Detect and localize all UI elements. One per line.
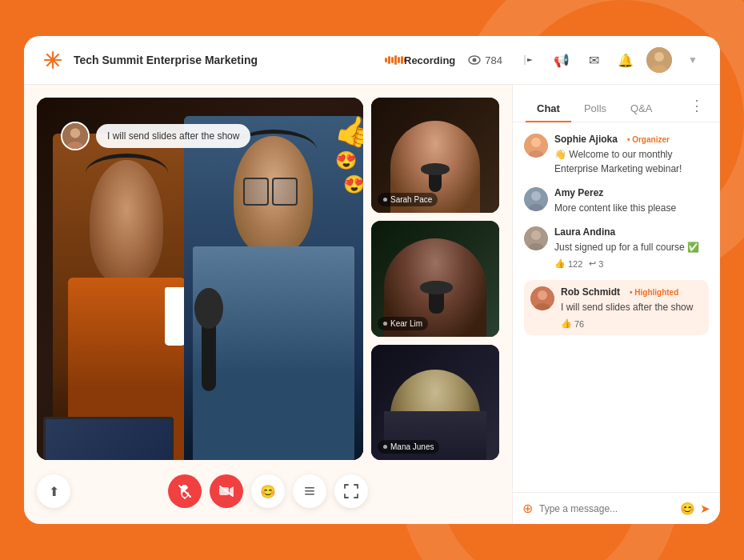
heart-eyes-emoji-1: 😍	[335, 150, 363, 171]
message-sophie: Sophie Ajioka • Organizer 👋 Welcome to o…	[524, 134, 709, 176]
laura-header: Laura Andina	[554, 226, 709, 238]
label-dot-3	[383, 445, 387, 449]
like-icon: 👍	[554, 258, 566, 269]
svg-point-14	[654, 52, 664, 62]
recording-badge: Recording	[385, 54, 455, 66]
logo: Tech Summit Enterprise Marketing	[40, 47, 258, 73]
message-rob: Rob Schmidt • Highlighted I will send sl…	[524, 280, 709, 335]
svg-point-8	[50, 58, 56, 63]
svg-rect-24	[305, 487, 314, 489]
side-video-mana: Mana Junes	[371, 345, 499, 460]
svg-line-4	[47, 54, 50, 58]
amy-header: Amy Perez	[554, 187, 709, 198]
like-icon-2: 👍	[561, 318, 572, 329]
logo-icon	[40, 47, 66, 73]
message-bubble: I will send slides after the show	[61, 122, 250, 150]
laura-avatar	[524, 226, 548, 250]
reaction-like-122: 👍 122	[554, 258, 582, 269]
rob-reactions: 👍 76	[561, 318, 702, 329]
sophie-header: Sophie Ajioka • Organizer	[554, 134, 709, 145]
chat-panel: Chat Polls Q&A ⋮	[512, 85, 720, 524]
svg-rect-22	[219, 487, 229, 495]
label-dot-2	[383, 322, 387, 326]
more-button[interactable]	[293, 474, 326, 508]
svg-point-37	[538, 290, 547, 300]
chat-tabs: Chat Polls Q&A ⋮	[513, 85, 720, 122]
recording-icon	[385, 54, 399, 66]
mute-button[interactable]	[168, 474, 202, 508]
sophie-name: Sophie Ajioka	[554, 134, 618, 145]
tab-polls[interactable]: Polls	[573, 96, 618, 122]
person-left	[53, 134, 200, 460]
chat-message-input[interactable]	[539, 503, 674, 514]
mail-icon[interactable]: ✉	[582, 49, 605, 71]
svg-point-28	[531, 138, 541, 147]
emoji-picker-icon[interactable]: 😊	[680, 502, 695, 516]
kear-lim-name: Kear Lim	[390, 319, 422, 328]
controls-bar: ⬆ 😊	[37, 468, 499, 511]
app-title: Tech Summit Enterprise Marketing	[74, 54, 258, 66]
like-count-2: 76	[574, 319, 584, 329]
svg-line-5	[55, 62, 58, 66]
viewers: 784	[468, 54, 502, 66]
rob-message-body: Rob Schmidt • Highlighted I will send sl…	[561, 286, 702, 329]
sarah-pace-name: Sarah Pace	[390, 195, 432, 204]
laura-name: Laura Andina	[554, 226, 615, 238]
laura-reactions: 👍 122 ↩ 3	[554, 258, 709, 269]
svg-marker-12	[527, 58, 533, 62]
message-laura: Laura Andina Just signed up for a full c…	[524, 226, 709, 269]
highlighted-badge: • Highlighted	[625, 287, 683, 298]
recording-label: Recording	[404, 54, 455, 66]
chevron-down-icon[interactable]: ▼	[682, 49, 704, 71]
svg-rect-26	[305, 494, 314, 495]
separator-icon	[518, 49, 541, 71]
user-avatar[interactable]	[646, 47, 672, 73]
side-videos: Sarah Pace	[371, 98, 499, 460]
amy-name: Amy Perez	[554, 187, 603, 198]
tab-qa[interactable]: Q&A	[619, 96, 663, 122]
eye-icon	[468, 55, 481, 65]
kear-lim-label: Kear Lim	[378, 317, 428, 330]
reaction-share-3: ↩ 3	[589, 258, 603, 269]
camera-button[interactable]	[210, 474, 243, 508]
more-tabs-icon[interactable]: ⋮	[686, 97, 707, 121]
amy-text: More content like this please	[554, 201, 709, 215]
svg-line-6	[55, 54, 58, 58]
side-video-kear: Kear Lim	[371, 221, 499, 336]
chat-input-attachment-icon[interactable]: ⊕	[522, 501, 533, 516]
share-button[interactable]: ⬆	[37, 474, 70, 508]
mana-junes-name: Mana Junes	[390, 442, 434, 451]
svg-rect-25	[305, 490, 314, 492]
main-content: I will send slides after the show 👍 😍 😍	[24, 85, 720, 524]
share-count: 3	[598, 259, 603, 269]
chat-send-icons: 😊 ➤	[680, 502, 710, 516]
thumbs-up-emoji: 👍	[331, 110, 363, 151]
send-message-icon[interactable]: ➤	[700, 502, 710, 516]
label-dot	[383, 198, 387, 202]
laura-message-body: Laura Andina Just signed up for a full c…	[554, 226, 709, 269]
sophie-avatar	[524, 134, 548, 158]
bell-icon[interactable]: 🔔	[614, 49, 637, 71]
rob-avatar	[530, 286, 554, 310]
main-video-background: I will send slides after the show 👍 😍 😍	[37, 98, 363, 460]
laura-text: Just signed up for a full course ✅	[554, 240, 709, 254]
mana-junes-label: Mana Junes	[378, 440, 439, 454]
fullscreen-button[interactable]	[334, 474, 368, 508]
megaphone-icon[interactable]: 📢	[550, 49, 573, 71]
side-video-sarah: Sarah Pace	[371, 98, 499, 213]
amy-message-body: Amy Perez More content like this please	[554, 187, 709, 215]
video-layout: I will send slides after the show 👍 😍 😍	[37, 98, 499, 460]
reaction-like-76: 👍 76	[561, 318, 584, 329]
main-video: I will send slides after the show 👍 😍 😍	[37, 98, 363, 460]
laptop	[43, 417, 174, 460]
share-icon: ↩	[589, 258, 596, 269]
rob-header: Rob Schmidt • Highlighted	[561, 286, 702, 298]
organizer-badge: • Organizer	[622, 134, 674, 145]
rob-message-inner: Rob Schmidt • Highlighted I will send sl…	[530, 286, 702, 329]
emoji-button[interactable]: 😊	[251, 474, 285, 508]
bubble-text: I will send slides after the show	[96, 124, 250, 148]
svg-point-34	[531, 230, 541, 240]
header: Tech Summit Enterprise Marketing Recordi…	[24, 36, 720, 85]
microphone-2	[429, 281, 444, 313]
tab-chat[interactable]: Chat	[526, 96, 571, 122]
